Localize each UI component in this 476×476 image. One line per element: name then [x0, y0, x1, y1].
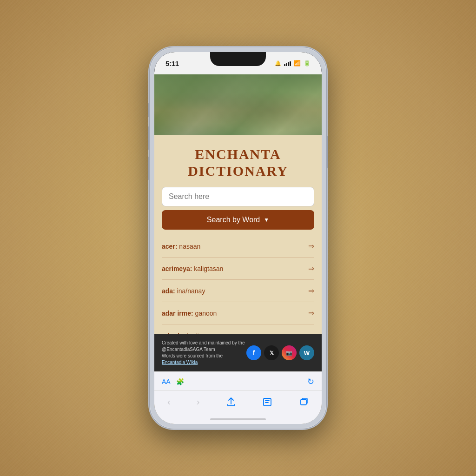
list-item[interactable]: ada: ina/nanay ⇒	[162, 280, 314, 302]
search-input[interactable]	[162, 187, 314, 206]
share-button[interactable]	[220, 395, 242, 409]
extensions-button[interactable]: 🧩	[176, 378, 184, 385]
list-item[interactable]: adar irme: ganoon ⇒	[162, 302, 314, 324]
list-item[interactable]: acer: nasaan ⇒	[162, 235, 314, 258]
wifi-icon: 📶	[294, 60, 301, 66]
bookmarks-button[interactable]	[257, 395, 278, 409]
list-item[interactable]: acrimeya: kaligtasan ⇒	[162, 258, 314, 280]
search-area: Search by Word ▼	[154, 187, 322, 235]
volume-down-button[interactable]	[148, 157, 150, 180]
tabs-button[interactable]	[293, 395, 314, 409]
back-button[interactable]: ‹	[162, 395, 176, 409]
dict-entry-text: ada: ina/nanay	[162, 287, 205, 295]
social-icons: f 𝕏 📷 W	[246, 345, 314, 360]
notch	[210, 52, 266, 66]
phone-screen: 5:11 🔔 📶 🔋	[154, 52, 322, 424]
dict-entry-text: acer: nasaan	[162, 243, 200, 250]
dropdown-arrow-icon: ▼	[264, 217, 269, 223]
dict-entry-text: adar irme: ganoon	[162, 310, 217, 317]
browser-bottom-nav: ‹ ›	[154, 390, 322, 416]
text-size-button[interactable]: AA	[162, 378, 171, 385]
x-twitter-icon[interactable]: 𝕏	[264, 345, 279, 360]
power-button[interactable]	[326, 136, 328, 168]
entry-arrow-icon: ⇒	[308, 331, 314, 334]
volume-up-button[interactable]	[148, 126, 150, 150]
home-bar	[210, 418, 266, 420]
app-title: Enchanta Dictionary	[164, 146, 312, 179]
svg-rect-0	[264, 398, 271, 406]
dictionary-list: acer: nasaan ⇒ acrimeya: kaligtasan ⇒ ad…	[154, 235, 322, 334]
signal-icon	[284, 60, 291, 66]
facebook-icon[interactable]: f	[246, 345, 261, 360]
entry-arrow-icon: ⇒	[308, 309, 314, 317]
wordpress-icon[interactable]: W	[299, 345, 314, 360]
list-item[interactable]: adarde: lapit ⇒	[162, 324, 314, 334]
mute-button[interactable]	[148, 103, 150, 117]
title-area: Enchanta Dictionary	[154, 135, 322, 187]
browser-toolbar: AA 🧩 ↻	[154, 371, 322, 390]
app-footer: Created with love and maintained by the …	[154, 334, 322, 371]
forward-button[interactable]: ›	[191, 395, 205, 409]
search-by-dropdown[interactable]: Search by Word ▼	[162, 210, 314, 230]
search-by-label: Search by Word	[207, 216, 260, 224]
footer-line1: Created with love and maintained by the	[162, 340, 245, 345]
mute-icon: 🔔	[275, 60, 281, 66]
app-screen: Enchanta Dictionary Search by Word ▼	[154, 74, 322, 424]
footer-handle: @EncantadiaSAGA Team	[162, 347, 215, 352]
entry-arrow-icon: ⇒	[308, 242, 314, 251]
instagram-icon[interactable]: 📷	[282, 345, 297, 360]
dictionary-card: Enchanta Dictionary Search by Word ▼	[154, 135, 322, 371]
phone-frame: 5:11 🔔 📶 🔋	[150, 47, 326, 429]
status-bar: 5:11 🔔 📶 🔋	[154, 52, 322, 74]
footer-text: Created with love and maintained by the …	[162, 340, 246, 366]
entry-arrow-icon: ⇒	[308, 286, 314, 295]
dict-entry-text: acrimeya: kaligtasan	[162, 265, 223, 272]
footer-source: Words were sourced from the	[162, 353, 223, 358]
svg-rect-1	[301, 399, 306, 405]
entry-arrow-icon: ⇒	[308, 264, 314, 273]
home-indicator	[154, 416, 322, 424]
map-header-image	[154, 74, 322, 135]
status-time: 5:11	[165, 60, 179, 67]
footer-link[interactable]: Encantadia Wikia	[162, 360, 198, 365]
reload-button[interactable]: ↻	[307, 377, 314, 387]
battery-icon: 🔋	[304, 60, 311, 66]
status-icons: 🔔 📶 🔋	[275, 60, 311, 66]
